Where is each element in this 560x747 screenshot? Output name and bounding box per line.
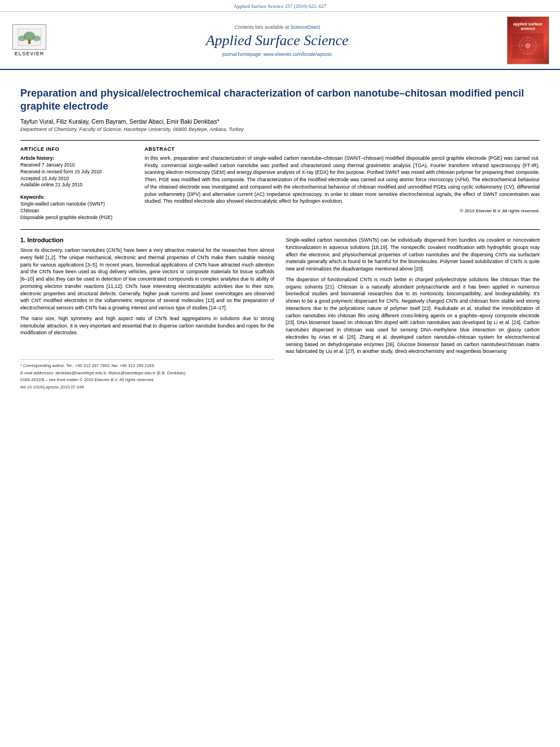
homepage-url[interactable]: www.elsevier.com/locate/apsusc bbox=[263, 51, 332, 57]
header-right: applied surface science bbox=[502, 16, 553, 64]
issn-footnote: 0169-4332/$ – see front matter © 2010 El… bbox=[20, 377, 274, 383]
copyright: © 2010 Elsevier B.V. All rights reserved… bbox=[145, 208, 540, 213]
elsevier-logo-graphic bbox=[12, 24, 46, 50]
body-columns: 1. Introduction Since its discovery, car… bbox=[20, 237, 540, 391]
keyword-3: Disposable pencil graphite electrode (PG… bbox=[20, 215, 133, 221]
footer-section: * Corresponding author. Tel.: +90 312 29… bbox=[20, 359, 274, 390]
journal-header: ELSEVIER Contents lists available at Sci… bbox=[0, 12, 560, 70]
elsevier-logo: ELSEVIER bbox=[12, 24, 46, 56]
svg-rect-2 bbox=[28, 40, 30, 44]
revised-date: Received in revised form 15 July 2010 bbox=[20, 169, 133, 176]
available-date: Available online 21 July 2010 bbox=[20, 182, 133, 189]
doi-footnote: doi:10.1016/j.apsusc.2010.07.048 bbox=[20, 385, 274, 391]
svg-point-4 bbox=[33, 36, 41, 41]
intro-paragraph-1: Since its discovery, carbon nanotubes (C… bbox=[20, 247, 274, 312]
corresponding-footnote: * Corresponding author. Tel.: +90 312 29… bbox=[20, 363, 274, 369]
svg-point-3 bbox=[18, 36, 26, 41]
journal-cover: applied surface science bbox=[507, 16, 549, 64]
keywords-label: Keywords: bbox=[20, 194, 133, 200]
intro-paragraph-2: The nano size, high symmetry and high as… bbox=[20, 315, 274, 337]
article-history-label: Article history: bbox=[20, 155, 133, 161]
abstract-column: ABSTRACT In this work, preparation and c… bbox=[145, 146, 540, 221]
keyword-2: Chitosan bbox=[20, 208, 133, 215]
article-affiliation: Department of Chemistry, Faculty of Scie… bbox=[20, 126, 540, 132]
top-bar: Applied Surface Science 257 (2010) 622–6… bbox=[0, 0, 560, 12]
abstract-heading: ABSTRACT bbox=[145, 146, 540, 152]
article-info-column: ARTICLE INFO Article history: Received 7… bbox=[20, 146, 133, 221]
right-paragraph-1: Single-walled carbon nanotubes (SWNTs) c… bbox=[286, 237, 540, 273]
contents-line: Contents lists available at ScienceDirec… bbox=[234, 24, 320, 30]
article-title: Preparation and physical/electrochemical… bbox=[20, 87, 540, 113]
journal-citation: Applied Surface Science 257 (2010) 622–6… bbox=[234, 3, 327, 9]
accepted-date: Accepted 15 July 2010 bbox=[20, 176, 133, 182]
elsevier-wordmark: ELSEVIER bbox=[15, 51, 45, 56]
right-paragraph-2: The dispersion of functionalized CNTs is… bbox=[286, 276, 540, 355]
journal-name: Applied Surface Science bbox=[206, 32, 349, 49]
page-wrapper: Applied Surface Science 257 (2010) 622–6… bbox=[0, 0, 560, 400]
article-authors: Tayfun Vural, Filiz Kuralay, Cem Bayram,… bbox=[20, 118, 540, 125]
section-divider bbox=[20, 229, 540, 230]
keyword-1: Single-walled carbon nanotube (SWNT) bbox=[20, 201, 133, 208]
sciencedirect-link[interactable]: ScienceDirect bbox=[290, 24, 320, 30]
left-body-column: 1. Introduction Since its discovery, car… bbox=[20, 237, 274, 391]
cover-title: applied surface science bbox=[510, 22, 546, 32]
abstract-text: In this work, preparation and characteri… bbox=[145, 155, 540, 205]
article-info-abstract: ARTICLE INFO Article history: Received 7… bbox=[20, 140, 540, 221]
right-body-column: Single-walled carbon nanotubes (SWNTs) c… bbox=[286, 237, 540, 391]
received-date: Received 7 January 2010 bbox=[20, 162, 133, 169]
header-left: ELSEVIER bbox=[7, 16, 52, 64]
header-center: Contents lists available at ScienceDirec… bbox=[58, 16, 497, 64]
journal-homepage: journal homepage: www.elsevier.com/locat… bbox=[222, 51, 333, 57]
introduction-heading: 1. Introduction bbox=[20, 237, 274, 243]
article-info-heading: ARTICLE INFO bbox=[20, 146, 133, 152]
email-footnote: E-mail addresses: denkbas@hacettepe.edu.… bbox=[20, 370, 274, 377]
main-content: Preparation and physical/electrochemical… bbox=[0, 70, 560, 400]
